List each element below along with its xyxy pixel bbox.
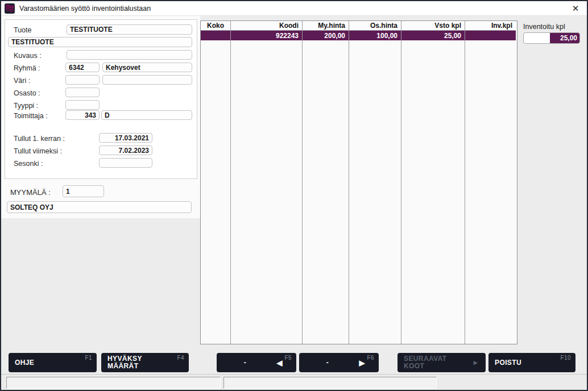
product-form-zone: Tuote TESTITUOTE TESTITUOTE Kuvaus : Ryh… xyxy=(1,16,200,218)
selected-cell-myhinta[interactable]: 200,00 xyxy=(303,31,349,40)
myymala-label: MYYMÄLÄ : xyxy=(10,188,51,197)
tyyppi-label: Tyyppi : xyxy=(14,102,38,110)
tullut-ekakerta-label: Tullut 1. kerran : xyxy=(14,135,65,143)
tullut-viimeksi-label: Tullut viimeksi : xyxy=(14,147,62,155)
product-panel: Tuote TESTITUOTE TESTITUOTE Kuvaus : Ryh… xyxy=(5,19,197,179)
inventoitu-kpl-label: Inventoitu kpl xyxy=(523,23,565,31)
left-arrow-icon: ◀ xyxy=(277,359,283,367)
next-button-label: - xyxy=(299,359,356,367)
hyvaksy-line2: MÄÄRÄT xyxy=(107,362,138,370)
close-icon[interactable]: ✕ xyxy=(570,3,581,14)
previous-fkey-label: F5 xyxy=(285,355,292,361)
ryhma-label: Ryhmä : xyxy=(14,64,40,72)
table-column-vstokpl: Vsto kpl 25,00 xyxy=(401,21,465,344)
table-column-oshinta: Os.hinta 100,00 xyxy=(349,21,401,344)
right-arrow-icon: ▶ xyxy=(359,359,365,367)
table-column-myhinta: My.hinta 200,00 xyxy=(303,21,349,344)
selected-cell-koko[interactable] xyxy=(201,31,230,40)
column-header-koodi: Koodi xyxy=(231,21,302,31)
status-bar xyxy=(1,374,587,390)
hyvaksy-button-label: HYVÄKSY MÄÄRÄT xyxy=(107,355,142,370)
column-header-invkpl: Inv.kpl xyxy=(465,21,516,31)
poistu-button-label: POISTU xyxy=(495,359,521,367)
seuraavat-koot-label: SEURAAVAT KOOT xyxy=(404,355,447,370)
seuraavat-line2: KOOT xyxy=(404,362,424,370)
seuraavat-line1: SEURAAVAT xyxy=(404,355,447,363)
seuraavat-koot-button[interactable]: SEURAAVAT KOOT ▶ xyxy=(397,353,486,372)
tuote-name-field[interactable]: TESTITUOTE xyxy=(8,37,192,47)
ohje-fkey-label: F1 xyxy=(85,355,92,361)
selected-cell-oshinta[interactable]: 100,00 xyxy=(349,31,401,40)
previous-button[interactable]: - ◀ F5 xyxy=(217,353,296,372)
toimittaja-name-field[interactable]: D xyxy=(101,110,192,120)
column-header-myhinta: My.hinta xyxy=(303,21,349,31)
inventoitu-kpl-input[interactable]: 25,00 xyxy=(523,32,580,44)
store-name-field[interactable]: SOLTEQ OYJ xyxy=(7,201,192,213)
hyvaksy-line1: HYVÄKSY xyxy=(107,355,142,363)
table-column-invkpl: Inv.kpl xyxy=(465,21,516,344)
chevron-right-icon: ▶ xyxy=(474,360,478,365)
next-button[interactable]: - ▶ F6 xyxy=(299,353,379,372)
column-header-koko: Koko xyxy=(201,21,230,31)
status-field-2 xyxy=(223,377,437,389)
vari-name-field[interactable] xyxy=(102,75,192,85)
poistu-button[interactable]: POISTU F10 xyxy=(488,353,575,372)
app-window: Varastomäärien syöttö inventointialustaa… xyxy=(0,0,588,391)
osasto-label: Osasto : xyxy=(14,89,40,97)
tuote-field[interactable]: TESTITUOTE xyxy=(67,24,192,35)
ohje-button[interactable]: OHJE F1 xyxy=(9,353,97,372)
hyvaksy-fkey-label: F4 xyxy=(177,355,184,361)
table-column-koodi: Koodi 922243 xyxy=(231,21,303,344)
poistu-fkey-label: F10 xyxy=(561,355,571,361)
table-column-koko: Koko xyxy=(201,21,231,344)
sesonki-label: Sesonki : xyxy=(14,160,43,168)
tyyppi-field[interactable] xyxy=(65,100,100,110)
title-bar: Varastomäärien syöttö inventointialustaa… xyxy=(1,1,587,16)
status-field-1 xyxy=(6,377,221,389)
selected-cell-koodi[interactable]: 922243 xyxy=(231,31,302,40)
kuvaus-label: Kuvaus : xyxy=(14,52,42,60)
previous-button-label: - xyxy=(217,359,274,367)
solteq-logo-icon xyxy=(5,3,15,14)
ryhma-name-field[interactable]: Kehysovet xyxy=(102,63,192,72)
inventoitu-kpl-selected-text: 25,00 xyxy=(550,33,579,43)
toimittaja-code-field[interactable]: 343 xyxy=(65,110,100,120)
column-header-oshinta: Os.hinta xyxy=(349,21,401,31)
tullut-ekakerta-field[interactable]: 17.03.2021 xyxy=(99,133,152,143)
osasto-field[interactable] xyxy=(65,88,100,97)
vari-code-field[interactable] xyxy=(65,75,100,85)
selected-cell-invkpl[interactable] xyxy=(465,31,516,40)
next-fkey-label: F6 xyxy=(367,355,374,361)
tullut-viimeksi-field[interactable]: 7.02.2023 xyxy=(99,145,152,155)
myymala-field[interactable]: 1 xyxy=(63,185,104,197)
column-header-vstokpl: Vsto kpl xyxy=(401,21,465,31)
inventory-table[interactable]: Koko Koodi 922243 My.hinta 200,00 Os.hin… xyxy=(200,20,517,344)
sesonki-field[interactable] xyxy=(99,158,152,168)
hyvaksy-maarat-button[interactable]: HYVÄKSY MÄÄRÄT F4 xyxy=(101,353,189,372)
tuote-label: Tuote xyxy=(14,26,32,34)
vari-label: Väri : xyxy=(14,77,30,85)
kuvaus-field[interactable] xyxy=(67,50,192,60)
selected-cell-vstokpl[interactable]: 25,00 xyxy=(401,31,465,40)
ryhma-code-field[interactable]: 6342 xyxy=(65,63,100,72)
window-title: Varastomäärien syöttö inventointialustaa… xyxy=(19,5,151,13)
ohje-button-label: OHJE xyxy=(15,359,34,367)
toimittaja-label: Toimittaja : xyxy=(14,112,48,120)
